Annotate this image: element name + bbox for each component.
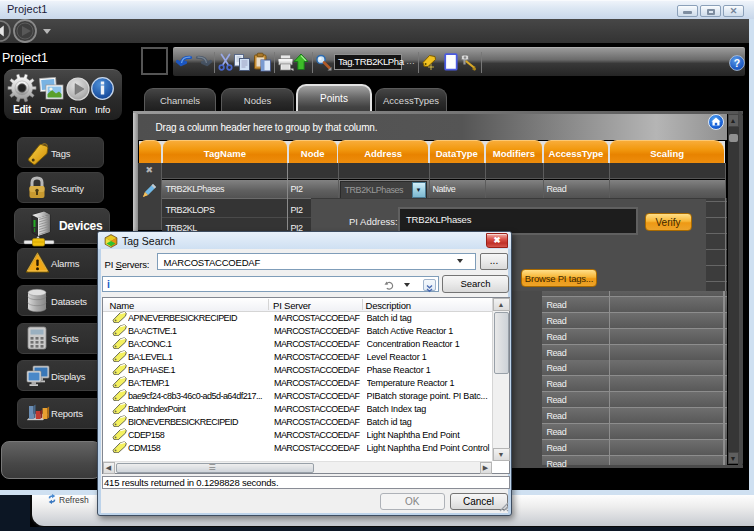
svg-text:?: ? — [734, 57, 740, 69]
